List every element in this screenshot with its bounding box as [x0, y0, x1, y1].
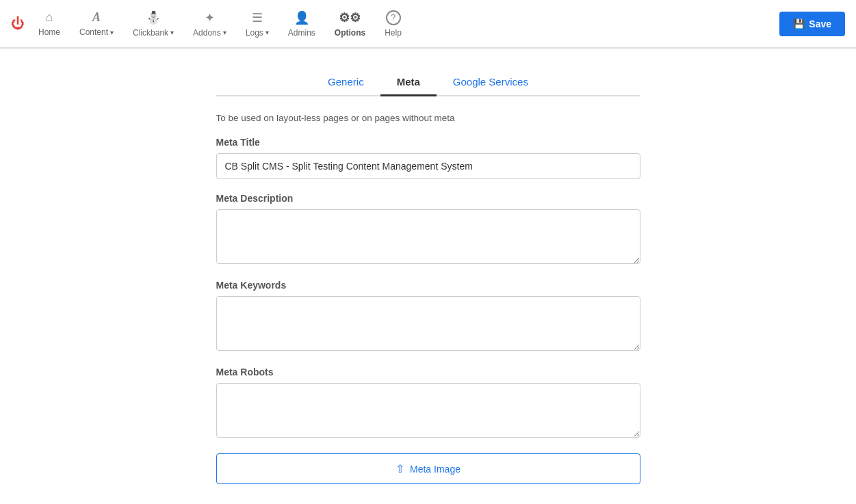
addons-dropdown-arrow: ▾	[223, 29, 226, 36]
meta-keywords-textarea[interactable]	[216, 296, 640, 351]
clickbank-dropdown-arrow: ▾	[170, 29, 174, 36]
nav-label-content: Content ▾	[79, 27, 114, 37]
upload-icon: ⇧	[395, 462, 404, 475]
nav-label-admins: Admins	[288, 28, 315, 38]
meta-robots-group: Meta Robots	[216, 367, 640, 440]
meta-title-input[interactable]	[216, 153, 640, 179]
nav-item-clickbank[interactable]: ⛄ Clickbank ▾	[125, 5, 182, 43]
nav-label-home: Home	[38, 27, 60, 37]
admins-icon: 👤	[294, 10, 309, 25]
nav-item-options[interactable]: ⚙⚙ Options	[326, 5, 374, 43]
meta-keywords-group: Meta Keywords	[216, 280, 640, 353]
content-dropdown-arrow: ▾	[110, 29, 114, 36]
meta-title-group: Meta Title	[216, 137, 640, 179]
logs-icon: ☰	[252, 10, 263, 25]
meta-title-label: Meta Title	[216, 137, 640, 148]
save-label: Save	[809, 18, 831, 29]
tabs-container: Generic Meta Google Services	[216, 69, 640, 96]
main-content: Generic Meta Google Services To be used …	[0, 49, 856, 504]
nav-item-content[interactable]: A Content ▾	[71, 5, 122, 42]
meta-image-label: Meta Image	[410, 464, 461, 475]
power-icon[interactable]: ⏻	[11, 16, 25, 31]
tab-meta[interactable]: Meta	[380, 69, 437, 96]
meta-description-label: Meta Description	[216, 193, 640, 204]
nav-item-addons[interactable]: ✦ Addons ▾	[185, 5, 235, 43]
clickbank-icon: ⛄	[146, 10, 161, 25]
content-area: Generic Meta Google Services To be used …	[216, 69, 640, 498]
help-icon: ?	[386, 10, 401, 25]
navbar: ⏻ ⌂ Home A Content ▾ ⛄ Clickbank ▾ ✦ Add…	[0, 0, 856, 48]
save-icon: 💾	[793, 18, 805, 29]
content-icon: A	[92, 10, 101, 25]
logs-dropdown-arrow: ▾	[265, 29, 269, 36]
meta-image-group: ⇧ Meta Image	[216, 453, 640, 484]
home-icon: ⌂	[46, 10, 53, 25]
meta-info-text: To be used on layout-less pages or on pa…	[216, 113, 640, 123]
addons-icon: ✦	[205, 10, 215, 25]
nav-label-help: Help	[385, 28, 402, 38]
nav-label-addons: Addons ▾	[193, 28, 226, 38]
nav-label-logs: Logs ▾	[246, 28, 269, 38]
nav-item-admins[interactable]: 👤 Admins	[280, 5, 324, 43]
meta-image-button[interactable]: ⇧ Meta Image	[216, 453, 640, 484]
meta-keywords-label: Meta Keywords	[216, 280, 640, 291]
options-icon: ⚙⚙	[339, 10, 361, 25]
meta-robots-textarea[interactable]	[216, 383, 640, 438]
tab-generic[interactable]: Generic	[311, 69, 380, 96]
nav-item-help[interactable]: ? Help	[376, 5, 410, 43]
nav-item-home[interactable]: ⌂ Home	[30, 5, 68, 42]
meta-robots-label: Meta Robots	[216, 367, 640, 377]
navbar-items: ⌂ Home A Content ▾ ⛄ Clickbank ▾ ✦ Addon…	[30, 5, 779, 43]
tab-google-services[interactable]: Google Services	[437, 69, 545, 96]
nav-label-clickbank: Clickbank ▾	[133, 28, 174, 38]
meta-description-textarea[interactable]	[216, 209, 640, 264]
nav-item-logs[interactable]: ☰ Logs ▾	[237, 5, 277, 43]
meta-description-group: Meta Description	[216, 193, 640, 266]
nav-label-options: Options	[335, 28, 365, 38]
save-button[interactable]: 💾 Save	[779, 12, 845, 36]
